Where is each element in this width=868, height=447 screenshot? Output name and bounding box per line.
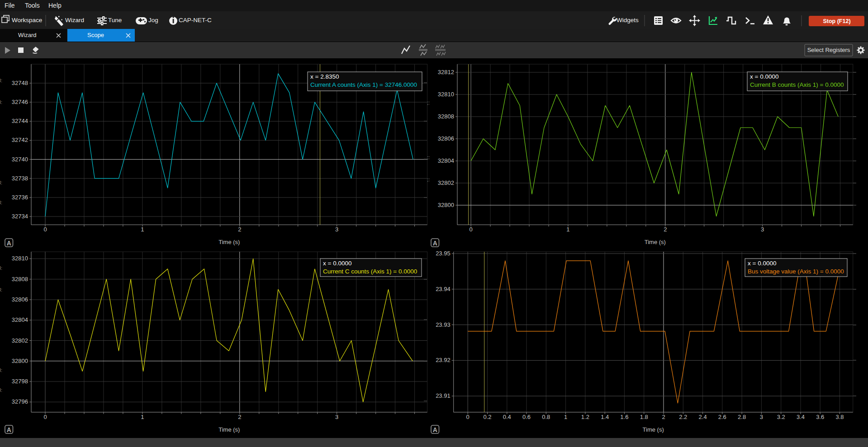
svg-text:x = 0.0000: x = 0.0000 <box>323 260 351 267</box>
svg-text:3:: 3: <box>0 78 2 83</box>
svg-text:32810: 32810 <box>12 255 28 262</box>
svg-text:1.2: 1.2 <box>581 414 589 420</box>
svg-text:32798: 32798 <box>12 378 28 385</box>
svg-text:32734: 32734 <box>12 213 28 220</box>
svg-text:Current B counts (Axis 1) = 0.: Current B counts (Axis 1) = 0.0000 <box>750 81 844 88</box>
svg-text:23.91: 23.91 <box>436 392 451 399</box>
svg-text:32804: 32804 <box>12 316 28 323</box>
svg-text:32796: 32796 <box>12 398 28 405</box>
svg-text:;:: ;: <box>427 155 430 160</box>
svg-text:2: 2 <box>238 414 241 420</box>
svg-text:23.94: 23.94 <box>436 286 451 292</box>
svg-text:0: 0 <box>43 414 47 420</box>
svg-text:A: A <box>7 240 11 247</box>
svg-text:0: 0 <box>43 226 47 233</box>
svg-text:3: 3 <box>760 414 763 420</box>
svg-text:;:: ;: <box>427 100 430 105</box>
svg-text:Time (s): Time (s) <box>218 239 240 245</box>
svg-text:32808: 32808 <box>438 113 454 120</box>
svg-text:32806: 32806 <box>438 135 454 142</box>
svg-text:3: 3 <box>335 414 338 420</box>
svg-text:0.6: 0.6 <box>522 414 531 420</box>
svg-text:3.6: 3.6 <box>816 414 824 420</box>
svg-text:Time (s): Time (s) <box>645 239 666 245</box>
svg-text:3.4: 3.4 <box>797 414 805 420</box>
svg-text:1.8: 1.8 <box>640 414 648 420</box>
svg-text:23.93: 23.93 <box>436 321 451 328</box>
svg-text:32802: 32802 <box>438 179 454 186</box>
svg-text:Current A counts (Axis 1) = 32: Current A counts (Axis 1) = 32746.0000 <box>310 81 417 88</box>
svg-text:x = 2.8350: x = 2.8350 <box>310 73 339 80</box>
svg-text:2.6: 2.6 <box>718 414 726 420</box>
svg-text:x = 0.0000: x = 0.0000 <box>748 260 776 267</box>
svg-text:32806: 32806 <box>12 296 28 303</box>
svg-text:32738: 32738 <box>12 175 28 182</box>
svg-text:A: A <box>7 426 11 433</box>
svg-text:2.2: 2.2 <box>679 414 687 420</box>
svg-text:;:: ;: <box>427 177 430 182</box>
svg-text:3.2: 3.2 <box>777 414 785 420</box>
svg-text:1: 1 <box>564 414 567 420</box>
svg-text:32808: 32808 <box>12 276 28 282</box>
svg-text:0: 0 <box>469 226 472 233</box>
svg-text:3:: 3: <box>0 287 2 292</box>
svg-text:32802: 32802 <box>12 337 28 344</box>
svg-text:Bus voltage value (Axis 1) = 0: Bus voltage value (Axis 1) = 0.0000 <box>748 268 844 275</box>
svg-text:A: A <box>433 240 437 247</box>
svg-text:32804: 32804 <box>438 157 454 164</box>
svg-text:32800: 32800 <box>12 358 28 364</box>
svg-text:1: 1 <box>141 414 144 420</box>
svg-text:1.4: 1.4 <box>601 414 609 420</box>
svg-text:3: 3 <box>335 226 338 233</box>
svg-text:2: 2 <box>238 226 241 233</box>
svg-text:3.8: 3.8 <box>835 414 844 420</box>
svg-text:3:: 3: <box>0 387 2 393</box>
svg-text:3:: 3: <box>0 367 2 373</box>
svg-text:32812: 32812 <box>438 69 454 75</box>
svg-text:32744: 32744 <box>12 118 28 124</box>
svg-text:2: 2 <box>662 414 665 420</box>
svg-text:Current C counts (Axis 1) = 0.: Current C counts (Axis 1) = 0.0000 <box>323 268 417 275</box>
svg-text:3:: 3: <box>0 200 2 205</box>
svg-text:1.6: 1.6 <box>620 414 628 420</box>
svg-text:3:: 3: <box>0 99 2 105</box>
svg-text:0.4: 0.4 <box>503 414 511 420</box>
svg-text:32746: 32746 <box>12 99 28 105</box>
svg-text:0.2: 0.2 <box>483 414 491 420</box>
svg-text:32736: 32736 <box>12 194 28 201</box>
svg-text:Time (s): Time (s) <box>643 426 664 433</box>
svg-text:3:: 3: <box>0 265 2 271</box>
svg-text:32800: 32800 <box>438 202 454 208</box>
svg-text:2.8: 2.8 <box>738 414 746 420</box>
svg-text:32810: 32810 <box>438 91 454 98</box>
svg-text:2.4: 2.4 <box>699 414 707 420</box>
svg-text:1: 1 <box>141 226 144 233</box>
svg-text:2: 2 <box>664 226 667 233</box>
svg-text:32748: 32748 <box>12 80 28 86</box>
svg-text:x = 0.0000: x = 0.0000 <box>750 73 778 80</box>
svg-text:32740: 32740 <box>12 156 28 163</box>
svg-text:3:: 3: <box>0 180 2 185</box>
svg-text:A: A <box>433 426 437 433</box>
svg-text:23.95: 23.95 <box>436 250 451 257</box>
svg-text:3: 3 <box>761 226 764 233</box>
svg-text:0.8: 0.8 <box>542 414 550 420</box>
svg-text:1: 1 <box>566 226 569 233</box>
svg-text:0: 0 <box>466 414 470 420</box>
svg-text:23.92: 23.92 <box>436 357 451 363</box>
svg-text:Time (s): Time (s) <box>218 426 240 433</box>
svg-text:32742: 32742 <box>12 136 28 143</box>
